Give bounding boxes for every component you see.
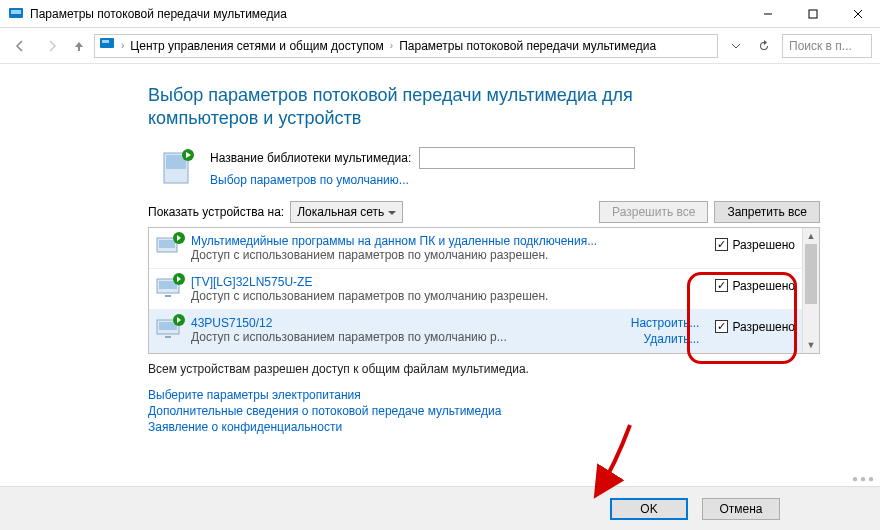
device-list: Мультимедийные программы на данном ПК и … xyxy=(148,227,820,354)
svg-rect-12 xyxy=(159,240,175,248)
block-all-button[interactable]: Запретить все xyxy=(714,201,820,223)
configure-link[interactable]: Настроить... xyxy=(631,316,700,330)
library-icon xyxy=(158,147,198,187)
app-icon xyxy=(8,6,24,22)
svg-rect-18 xyxy=(165,336,171,338)
allowed-label: Разрешено xyxy=(732,320,795,334)
device-sub: Доступ с использованием параметров по ум… xyxy=(191,248,707,262)
tv-icon xyxy=(155,316,183,344)
allowed-checkbox[interactable] xyxy=(715,320,728,333)
device-name: [TV][LG]32LN575U-ZE xyxy=(191,275,707,289)
device-sub: Доступ с использованием параметров по ум… xyxy=(191,289,707,303)
navbar: › Центр управления сетями и общим доступ… xyxy=(0,28,880,64)
show-devices-label: Показать устройства на: xyxy=(148,205,284,219)
pc-icon xyxy=(155,234,183,262)
library-name-label: Название библиотеки мультимедиа: xyxy=(210,151,411,165)
chevron-right-icon: › xyxy=(388,40,395,51)
device-row[interactable]: [TV][LG]32LN575U-ZE Доступ с использован… xyxy=(149,269,819,310)
svg-rect-3 xyxy=(809,10,817,18)
library-name-input[interactable] xyxy=(419,147,635,169)
allowed-label: Разрешено xyxy=(732,238,795,252)
nav-up-button[interactable] xyxy=(72,34,86,58)
chevron-down-icon[interactable] xyxy=(726,36,746,56)
breadcrumb-item[interactable]: Центр управления сетями и общим доступом xyxy=(130,39,384,53)
breadcrumb-item[interactable]: Параметры потоковой передачи мультимедиа xyxy=(399,39,656,53)
power-settings-link[interactable]: Выберите параметры электропитания xyxy=(148,388,820,402)
default-params-link[interactable]: Выбор параметров по умолчанию... xyxy=(210,173,409,187)
svg-rect-1 xyxy=(11,10,21,14)
breadcrumb-icon xyxy=(99,36,115,55)
network-combo[interactable]: Локальная сеть xyxy=(290,201,403,223)
search-input[interactable]: Поиск в п... xyxy=(782,34,872,58)
allowed-checkbox[interactable] xyxy=(715,279,728,292)
cancel-button[interactable]: Отмена xyxy=(702,498,780,520)
scroll-down-arrow[interactable]: ▼ xyxy=(803,337,819,353)
breadcrumb[interactable]: › Центр управления сетями и общим доступ… xyxy=(94,34,718,58)
page-title: Выбор параметров потоковой передачи муль… xyxy=(148,84,738,131)
scroll-up-arrow[interactable]: ▲ xyxy=(803,228,819,244)
maximize-button[interactable] xyxy=(790,0,835,27)
allowed-label: Разрешено xyxy=(732,279,795,293)
tv-icon xyxy=(155,275,183,303)
svg-rect-7 xyxy=(102,40,109,43)
nav-forward-button[interactable] xyxy=(40,34,64,58)
bottom-bar: OK Отмена xyxy=(0,486,880,530)
close-button[interactable] xyxy=(835,0,880,27)
more-info-link[interactable]: Дополнительные сведения о потоковой пере… xyxy=(148,404,820,418)
allow-all-button[interactable]: Разрешить все xyxy=(599,201,708,223)
scroll-thumb[interactable] xyxy=(805,244,817,304)
ok-button[interactable]: OK xyxy=(610,498,688,520)
summary-text: Всем устройствам разрешен доступ к общим… xyxy=(148,362,820,376)
scrollbar[interactable]: ▲ ▼ xyxy=(802,228,819,353)
device-row[interactable]: Мультимедийные программы на данном ПК и … xyxy=(149,228,819,269)
window-title: Параметры потоковой передачи мультимедиа xyxy=(30,7,745,21)
resize-grip-icon: ●●● xyxy=(852,473,876,484)
minimize-button[interactable] xyxy=(745,0,790,27)
titlebar: Параметры потоковой передачи мультимедиа xyxy=(0,0,880,28)
device-sub: Доступ с использованием параметров по ум… xyxy=(191,330,623,344)
chevron-right-icon: › xyxy=(119,40,126,51)
remove-link[interactable]: Удалить... xyxy=(644,332,700,346)
device-name: Мультимедийные программы на данном ПК и … xyxy=(191,234,707,248)
device-row[interactable]: 43PUS7150/12 Доступ с использованием пар… xyxy=(149,310,819,353)
device-name: 43PUS7150/12 xyxy=(191,316,623,330)
allowed-checkbox[interactable] xyxy=(715,238,728,251)
refresh-icon[interactable] xyxy=(754,36,774,56)
nav-back-button[interactable] xyxy=(8,34,32,58)
privacy-link[interactable]: Заявление о конфиденциальности xyxy=(148,420,820,434)
svg-rect-15 xyxy=(165,295,171,297)
